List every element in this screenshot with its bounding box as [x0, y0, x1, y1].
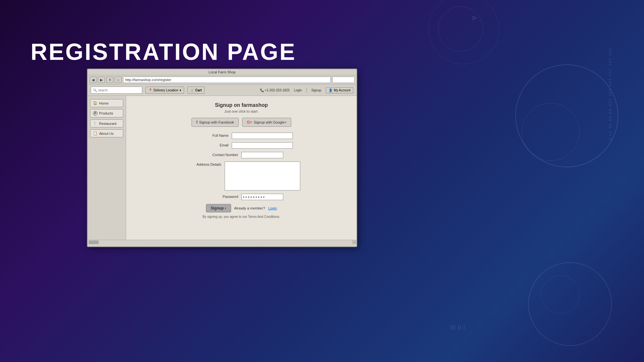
contact-label: Contact Number: [200, 152, 241, 157]
delivery-location-button[interactable]: 📍 Delivery Location ▾: [145, 87, 184, 94]
sidebar-item-about[interactable]: 📋 About Us: [90, 129, 123, 137]
google-icon: G+: [247, 120, 252, 125]
restaurant-icon: 🍴: [93, 121, 98, 125]
signup-button-label: Signup ›: [211, 206, 226, 210]
already-member-text: Already a member?: [234, 206, 265, 210]
search-icon: 🔍: [93, 88, 97, 92]
phone-icon: 📞: [260, 88, 264, 92]
page-content: 🔍 📍 Delivery Location ▾ 🛒 Cart 📞 +1-202-…: [88, 85, 357, 244]
password-input[interactable]: [241, 194, 283, 200]
social-buttons: f Signup with Facebook G+ Signup with Go…: [133, 118, 350, 127]
back-button[interactable]: ◀: [89, 77, 97, 83]
signup-title: Signup on farmashop: [133, 102, 350, 108]
deco-lines: ||| || |: [451, 325, 465, 330]
email-label: Email: [190, 142, 232, 147]
location-icon: 📍: [148, 88, 152, 92]
password-label: Password: [200, 194, 241, 199]
cart-label: Cart: [195, 88, 202, 92]
browser-title: Local Farm Shop: [209, 70, 236, 74]
cart-button[interactable]: 🛒 Cart: [187, 87, 205, 94]
cart-icon: 🛒: [190, 88, 194, 92]
horizontal-scrollbar: ⊿: [88, 240, 357, 244]
signup-actions: Signup › Already a member? Login: [133, 204, 350, 212]
full-name-input[interactable]: [232, 133, 293, 139]
signup-button[interactable]: Signup ›: [206, 204, 231, 212]
my-account-label: My Account: [334, 88, 350, 92]
sidebar-item-home[interactable]: 🏠 Home: [90, 99, 123, 107]
google-signup-label: Signup with Google+: [254, 120, 286, 124]
sidebar-restaurant-label: Restaurant: [99, 122, 117, 125]
facebook-signup-label: Signup with Facebook: [199, 120, 234, 124]
account-icon: 👤: [329, 88, 332, 92]
browser-title-bar: Local Farm Shop: [88, 69, 357, 75]
login-action-link[interactable]: Login: [268, 206, 277, 210]
about-icon: 📋: [93, 131, 98, 135]
sidebar: 🏠 Home P Products 🍴 Restaurant 📋 About U…: [88, 96, 126, 243]
contact-input[interactable]: [241, 152, 283, 158]
sidebar-home-label: Home: [99, 101, 108, 105]
sidebar-products-label: Products: [99, 111, 113, 115]
main-layout: 🏠 Home P Products 🍴 Restaurant 📋 About U…: [88, 96, 357, 243]
deco-arrow: ▷: [473, 14, 477, 21]
facebook-icon: f: [196, 120, 198, 125]
address-label: Address Details: [183, 162, 225, 166]
full-name-label: Full Name: [190, 133, 232, 137]
registration-form-area: Signup on farmashop Just one click to st…: [126, 96, 357, 243]
delivery-location-label: Delivery Location: [154, 88, 178, 92]
site-header: 🔍 📍 Delivery Location ▾ 🛒 Cart 📞 +1-202-…: [88, 85, 357, 96]
search-input[interactable]: [98, 88, 137, 92]
full-name-row: Full Name: [133, 133, 350, 139]
login-link[interactable]: Login: [293, 88, 303, 92]
address-textarea[interactable]: [225, 162, 300, 190]
slide-title: REGISTRATION PAGE: [31, 39, 296, 65]
products-icon: P: [93, 111, 98, 116]
password-row: Password: [133, 194, 350, 200]
forward-button[interactable]: ▶: [98, 77, 105, 83]
signup-subtitle: Just one click to start:: [133, 109, 350, 113]
home-icon: 🏠: [93, 101, 98, 105]
address-row: Address Details: [133, 162, 350, 190]
browser-window: Local Farm Shop ◀ ▶ ✕ ⌂ 🔍 📍 Delivery Loc…: [87, 69, 357, 247]
header-divider: [306, 88, 307, 92]
browser-nav-bar: ◀ ▶ ✕ ⌂: [88, 75, 357, 85]
address-bar[interactable]: [123, 77, 331, 83]
contact-row: Contact Number: [133, 152, 350, 158]
search-wrapper: 🔍: [91, 87, 142, 94]
email-input[interactable]: [232, 142, 293, 149]
facebook-signup-button[interactable]: f Signup with Facebook: [191, 118, 239, 127]
phone-number: 📞 +1-202-253-1825: [260, 88, 290, 92]
sidebar-item-restaurant[interactable]: 🍴 Restaurant: [90, 119, 123, 127]
dropdown-icon: ▾: [180, 88, 181, 92]
signup-link[interactable]: Signup: [310, 88, 322, 92]
sidebar-about-label: About Us: [99, 132, 114, 135]
browser-search-input[interactable]: [332, 77, 355, 83]
email-row: Email: [133, 142, 350, 149]
h-scroll-thumb[interactable]: [89, 241, 98, 244]
home-button[interactable]: ⌂: [115, 77, 122, 83]
deco-numbers: 200 180 160 140 120 100 80 60 40 20 0: [608, 48, 612, 141]
terms-text: By signing up, you agree to our Terms An…: [133, 215, 350, 218]
google-signup-button[interactable]: G+ Signup with Google+: [242, 118, 291, 127]
stop-button[interactable]: ✕: [106, 77, 113, 83]
sidebar-item-products[interactable]: P Products: [90, 109, 123, 117]
resize-grip: ⊿: [352, 240, 357, 244]
my-account-button[interactable]: 👤 My Account: [326, 87, 353, 93]
